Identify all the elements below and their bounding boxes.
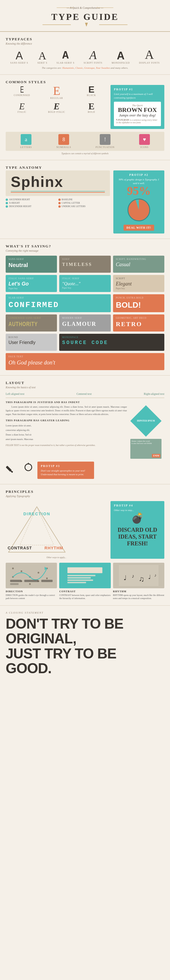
symbol-box-icons: ♥ <box>139 134 150 145</box>
dot-icon <box>6 202 8 204</box>
sample-label: ROUND <box>8 336 54 339</box>
svg-rect-30 <box>10 583 19 585</box>
svg-text:CONTRAST: CONTRAST <box>8 546 32 550</box>
typeface-item-display: A DISPLAY FONTS <box>139 49 160 64</box>
svg-text:DIRECTION: DIRECTION <box>24 512 50 516</box>
svg-text:RHYTHM: RHYTHM <box>44 546 63 550</box>
protip-4-text: Other way to stay... <box>114 509 161 512</box>
dcr-row: DIRECTION DIRECTION guides the reader's … <box>6 563 164 600</box>
sample-go: ITALIC SANS-SERIF Let's Go Paper boy <box>6 275 57 292</box>
dcr-rhythm: ♩ ♪ ♫ ♩ ♪ RHYTHM RHYTHM opens up your la… <box>113 563 164 600</box>
protip-2: PROTIP #2 90% of graphic design is Typog… <box>113 170 164 234</box>
typeface-item-serif: A SERIF S <box>38 50 47 64</box>
layout-text-block: Lorem ipsum dolor sit amet, consectetur … <box>6 405 127 459</box>
sample-code: MONOSPACE SOURCE CODE <box>59 334 164 351</box>
direction-diagram <box>6 563 57 588</box>
sample-elegant: SCRIPT Elegant Paper boy <box>113 275 164 292</box>
discard-text: DISCARD OLD IDEAS, START FRESH! <box>114 527 161 547</box>
svg-rect-29 <box>10 580 22 582</box>
typefaces-title: TYPEFACES <box>6 37 164 41</box>
protip-1-rule: Limit yourself to a maximum of 3 well co… <box>114 92 161 99</box>
svg-point-18 <box>12 568 14 569</box>
protip-3-text: Don't use straight apostrophes to your t… <box>41 469 91 476</box>
closing-line4: GOOD. <box>6 661 164 676</box>
symbol-box-punctuation: ! <box>100 134 110 145</box>
typefaces-subtitle: Knowing the difference <box>6 42 164 45</box>
protip-3-row: PROTIP #3 Don't use straight apostrophes… <box>6 461 164 479</box>
layout-main: Lorem ipsum dolor sit amet, consectetur … <box>6 405 164 459</box>
layout-image-box: ENIM Donec vulpes the wordis also full t… <box>130 439 162 459</box>
dcr-rhythm-label: RHYTHM <box>113 590 164 593</box>
anatomy-label-6: UNDERCASE LETTERS <box>58 205 110 208</box>
sample-text: CONFIRMED <box>8 300 108 310</box>
header-ornament-bottom <box>6 22 164 29</box>
layout-diamond-text: HIPSTER IPSUM <box>135 420 157 422</box>
justified-label: THIS PARAGRAPH IS JUSTIFIED AND HAS INDE… <box>6 401 164 404</box>
typeface-letter: A <box>10 50 28 61</box>
sample-text: Neutral <box>8 262 54 269</box>
header-ornament-top: — A Quick & Comprehensive — <box>6 5 164 12</box>
anatomy-label-5: DESCENDER HEIGHT <box>6 205 58 208</box>
symbol-box-numerals: 8 <box>58 134 69 145</box>
triangle-container: DIRECTION CONTRAST RHYTHM Other ways to … <box>6 501 107 559</box>
anatomy-labels: ASCENDER HEIGHT BASELINE X-HEIGHT CAPITA… <box>6 198 110 208</box>
layout-center-align: Centered text <box>77 392 92 395</box>
sample-label: PUNCH, EXTRA BOLD <box>116 297 162 299</box>
layout-subtitle: Knowing the basics of text <box>6 386 164 389</box>
typeface-letter: A <box>139 49 160 61</box>
svg-rect-35 <box>68 575 96 576</box>
sample-text: Let's Go <box>8 281 54 287</box>
layout-paragraph-2: Lorem ipsum dolor sit amet, consectetur … <box>6 423 127 442</box>
style-condensed: E CONDENSED <box>6 85 38 99</box>
sample-dont: FAUX TEXT Oh God please don't <box>6 353 164 370</box>
typeface-item-slab: A SLAB-SERIF S <box>57 50 74 64</box>
dot-icon <box>6 205 8 208</box>
whats-saying-subtitle: Conveying the right message <box>6 249 164 252</box>
typeface-letter: A <box>112 50 130 61</box>
anatomy-label-2: BASELINE <box>58 198 110 201</box>
sample-sub: Paper boy <box>62 286 108 289</box>
layout-image-note: Donec vulpes the wordis also full text v… <box>131 440 151 445</box>
svg-point-19 <box>21 570 22 572</box>
protip-4: PROTIP #4 Other way to stay... 💣 DISCARD… <box>110 501 164 559</box>
symbol-name-letters: LETTERS <box>20 146 32 149</box>
layout-filler: FILLER TEXT is not the proper noun trans… <box>6 444 127 447</box>
svg-text:♩: ♩ <box>124 574 127 582</box>
svg-point-27 <box>46 578 48 579</box>
typeface-item-mono: A MONOSPACED <box>112 50 130 64</box>
protip-1: PROTIP #1 Limit yourself to a maximum of… <box>110 85 164 129</box>
sample-text: Oh God please don't <box>8 359 162 366</box>
sample-text: Elegant <box>116 281 162 287</box>
style-letter: E <box>6 102 38 111</box>
svg-rect-36 <box>68 577 91 579</box>
principles-row: DIRECTION CONTRAST RHYTHM Other ways to … <box>6 501 164 559</box>
typeface-name: DISPLAY FONTS <box>139 62 160 64</box>
protip-3-title: PROTIP #3 <box>41 465 91 468</box>
svg-marker-4 <box>85 23 88 27</box>
typeface-item-sans: A SANS-SERIF S <box>10 50 28 64</box>
symbol-name-numerals: NUMERALS <box>57 146 71 149</box>
principles-title: PRINCIPLES <box>6 490 164 494</box>
typeface-letter: A <box>38 50 47 61</box>
sample-retro: GEOMETRIC, ART DECO RETRO <box>113 315 164 331</box>
sample-label: FAUX TEXT <box>8 355 162 358</box>
divider <box>6 398 164 398</box>
sample-label: MONOSPACE <box>62 336 162 339</box>
style-letter: E <box>75 102 108 111</box>
whats-saying-title: WHAT'S IT SAYING? <box>6 244 164 248</box>
svg-rect-31 <box>24 580 39 582</box>
typeface-name: MONOSPACED <box>112 62 130 64</box>
symbol-name-punctuation: PUNCTUATION <box>96 146 115 149</box>
protip-1-paragraph: ¶ PANGRAM is a sentence using every lett… <box>116 119 159 124</box>
svg-point-25 <box>29 583 31 585</box>
styles-row: E CONDENSED E REGULAR E BLACK E ITALIC E <box>6 85 164 129</box>
dcr-rhythm-image: ♩ ♪ ♫ ♩ ♪ <box>113 563 164 588</box>
common-styles-title: COMMON STYLES <box>6 80 164 84</box>
sample-neutral: SANS-SERIF Neutral <box>6 256 57 273</box>
sample-text: AUTHORITY <box>8 320 43 328</box>
style-bold: E BOLD <box>75 102 108 113</box>
dcr-rhythm-desc: RHYTHM opens up your layout, much like t… <box>113 594 164 600</box>
dcr-contrast-image <box>59 563 110 588</box>
symbol-numerals: 8 NUMERALS <box>57 134 71 149</box>
dot-icon <box>58 199 61 201</box>
